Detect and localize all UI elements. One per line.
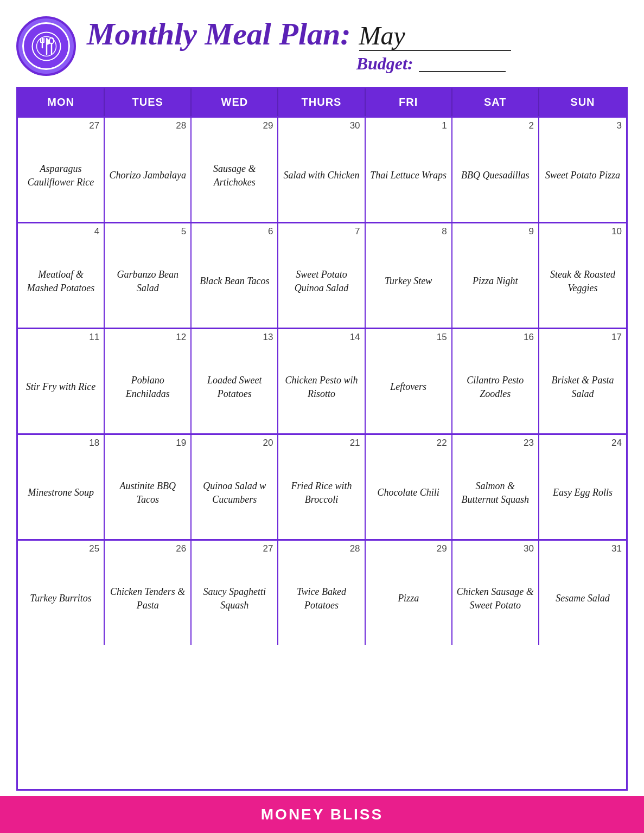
day-number: 26 (176, 544, 186, 553)
week-row-3: 11Stir Fry with Rice12Poblano Enchiladas… (18, 328, 626, 433)
day-number: 5 (181, 227, 186, 236)
cal-cell-30: 30Chicken Sausage & Sweet Potato (452, 541, 539, 645)
day-number: 29 (263, 121, 273, 130)
meal-text: Turkey Burritos (30, 592, 92, 605)
cal-cell-31: 31Sesame Salad (539, 541, 626, 645)
meal-text: Sausage & Artichokes (196, 162, 273, 189)
meal-text: Steak & Roasted Veggies (544, 268, 622, 294)
cal-cell-26: 26Chicken Tenders & Pasta (105, 541, 192, 645)
day-number: 22 (437, 438, 447, 447)
cal-cell-1: 1Thai Lettuce Wraps (366, 118, 452, 222)
meal-text: Quinoa Salad w Cucumbers (196, 479, 273, 506)
cal-cell-20: 20Quinoa Salad w Cucumbers (192, 435, 278, 539)
day-number: 31 (611, 544, 622, 553)
cal-cell-28: 28Chorizo Jambalaya (105, 118, 192, 222)
page-wrapper: Monthly Meal Plan: May Budget: MONTUESWE… (0, 0, 644, 791)
cal-cell-30: 30Salad with Chicken (278, 118, 365, 222)
cal-cell-8: 8Turkey Stew (366, 223, 452, 328)
cal-cell-7: 7Sweet Potato Quinoa Salad (278, 223, 365, 328)
meal-text: Chocolate Chili (377, 486, 439, 499)
budget-line: Budget: (87, 54, 511, 74)
week-row-1: 27Asparagus Cauliflower Rice28Chorizo Ja… (18, 116, 626, 222)
day-number: 15 (437, 332, 447, 342)
main-title: Monthly Meal Plan: (87, 18, 351, 50)
meal-text: Fried Rice with Broccoli (283, 479, 360, 506)
day-number: 28 (176, 121, 186, 130)
meal-text: Asparagus Cauliflower Rice (22, 162, 99, 189)
cal-cell-14: 14Chicken Pesto wih Risotto (278, 329, 365, 433)
day-header-mon: MON (18, 88, 105, 116)
day-number: 25 (89, 544, 99, 553)
cal-cell-23: 23Salmon & Butternut Squash (452, 435, 539, 539)
cal-cell-9: 9Pizza Night (452, 223, 539, 328)
meal-text: Sweet Potato Quinoa Salad (283, 268, 360, 294)
day-header-sat: SAT (452, 88, 539, 116)
day-header-thurs: THURS (278, 88, 365, 116)
day-number: 4 (94, 227, 99, 236)
cal-cell-27: 27Saucy Spaghetti Squash (192, 541, 278, 645)
day-number: 20 (263, 438, 273, 447)
meal-text: Stir Fry with Rice (26, 380, 95, 393)
day-header-tues: TUES (105, 88, 192, 116)
cal-cell-10: 10Steak & Roasted Veggies (539, 223, 626, 328)
meal-text: Pizza Night (473, 274, 518, 287)
budget-label: Budget: (356, 54, 413, 74)
footer: MONEY BLISS (0, 796, 644, 833)
cal-cell-3: 3Sweet Potato Pizza (539, 118, 626, 222)
cal-cell-27: 27Asparagus Cauliflower Rice (18, 118, 105, 222)
meal-text: Minestrone Soup (28, 486, 94, 499)
day-number: 3 (617, 121, 622, 130)
cal-cell-24: 24Easy Egg Rolls (539, 435, 626, 539)
day-number: 24 (611, 438, 622, 447)
cal-cell-17: 17Brisket & Pasta Salad (539, 329, 626, 433)
cal-cell-11: 11Stir Fry with Rice (18, 329, 105, 433)
cal-cell-25: 25Turkey Burritos (18, 541, 105, 645)
day-header-fri: FRI (366, 88, 452, 116)
logo-icon (22, 22, 70, 70)
meal-text: Salad with Chicken (284, 169, 360, 182)
meal-text: Brisket & Pasta Salad (544, 374, 622, 400)
cal-cell-4: 4Meatloaf & Mashed Potatoes (18, 223, 105, 328)
logo-circle (16, 16, 76, 76)
day-number: 19 (176, 438, 186, 447)
day-number: 11 (89, 332, 99, 342)
day-number: 18 (89, 438, 99, 447)
meal-text: Easy Egg Rolls (553, 486, 613, 499)
day-number: 2 (528, 121, 533, 130)
day-number: 30 (350, 121, 360, 130)
cal-cell-16: 16Cilantro Pesto Zoodles (452, 329, 539, 433)
meal-text: Saucy Spaghetti Squash (196, 585, 273, 612)
meal-text: Chicken Sausage & Sweet Potato (457, 585, 534, 612)
meal-text: Cilantro Pesto Zoodles (457, 374, 534, 400)
calendar: MONTUESWEDTHURSFRISATSUN 27Asparagus Cau… (16, 87, 628, 791)
title-line: Monthly Meal Plan: May (87, 18, 511, 51)
meal-text: Austinite BBQ Tacos (109, 479, 186, 506)
day-number: 21 (350, 438, 360, 447)
meal-text: Twice Baked Potatoes (283, 585, 360, 612)
day-number: 7 (355, 227, 360, 236)
cal-cell-19: 19Austinite BBQ Tacos (105, 435, 192, 539)
cal-cell-6: 6Black Bean Tacos (192, 223, 278, 328)
brand-name: MONEY BLISS (261, 806, 383, 823)
day-number: 29 (437, 544, 447, 553)
meal-text: Chorizo Jambalaya (109, 169, 186, 182)
meal-text: Chicken Pesto wih Risotto (283, 374, 360, 400)
cal-cell-29: 29Sausage & Artichokes (192, 118, 278, 222)
day-number: 27 (263, 544, 273, 553)
calendar-header: MONTUESWEDTHURSFRISATSUN (18, 88, 626, 116)
meal-text: Pizza (398, 592, 419, 605)
cal-cell-13: 13Loaded Sweet Potatoes (192, 329, 278, 433)
header-text: Monthly Meal Plan: May Budget: (87, 18, 511, 74)
meal-text: Chicken Tenders & Pasta (109, 585, 186, 612)
calendar-body: 27Asparagus Cauliflower Rice28Chorizo Ja… (18, 116, 626, 645)
day-number: 1 (442, 121, 447, 130)
cal-cell-18: 18Minestrone Soup (18, 435, 105, 539)
header: Monthly Meal Plan: May Budget: (16, 11, 628, 81)
day-number: 9 (528, 227, 533, 236)
day-header-wed: WED (192, 88, 278, 116)
cal-cell-5: 5Garbanzo Bean Salad (105, 223, 192, 328)
day-number: 12 (176, 332, 186, 342)
day-number: 16 (524, 332, 534, 342)
meal-text: Turkey Stew (385, 274, 432, 287)
meal-text: Leftovers (390, 380, 426, 393)
